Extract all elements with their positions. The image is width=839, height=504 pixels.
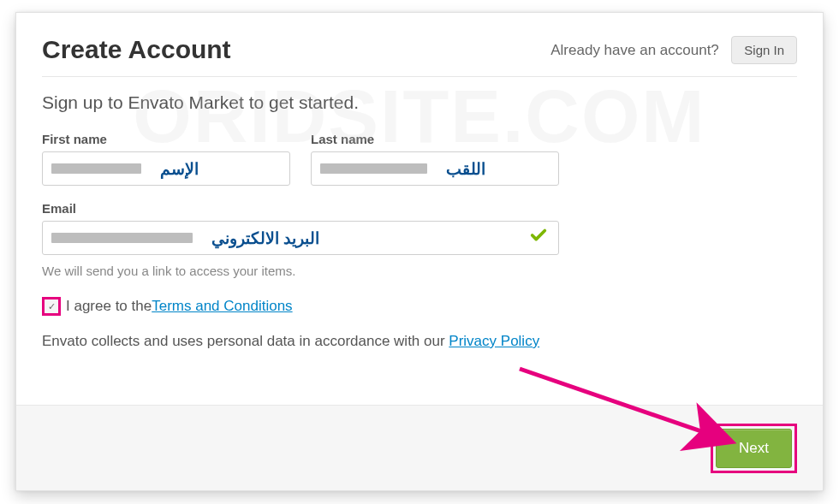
privacy-row: Envato collects and uses personal data i… [16, 333, 823, 369]
first-name-input[interactable]: الإسم [42, 151, 290, 186]
card-footer: Next [16, 405, 823, 490]
first-name-annotation: الإسم [160, 159, 199, 179]
checkmark-icon [529, 226, 548, 250]
signup-card: ORIDSITE.COM Create Account Already have… [15, 12, 824, 491]
first-name-label: First name [42, 132, 290, 146]
page-title: Create Account [42, 35, 231, 64]
redacted-value [320, 163, 427, 174]
next-highlight-box: Next [711, 424, 797, 473]
subtitle-text: Sign up to Envato Market to get started. [16, 89, 823, 132]
first-name-group: First name الإسم [42, 132, 290, 186]
email-label: Email [42, 201, 559, 216]
check-icon: ✓ [46, 301, 57, 311]
agree-prefix: I agree to the [66, 298, 152, 315]
privacy-policy-link[interactable]: Privacy Policy [449, 333, 539, 349]
email-hint-text: We will send you a link to access your i… [16, 264, 823, 297]
redacted-value [51, 163, 141, 174]
email-input[interactable]: البريد الالكتروني [42, 221, 559, 255]
agree-checkbox[interactable]: ✓ [42, 297, 61, 316]
last-name-label: Last name [311, 132, 559, 146]
next-button[interactable]: Next [716, 429, 792, 468]
card-header: Create Account Already have an account? … [16, 13, 823, 76]
agree-row: ✓ I agree to the Terms and Conditions [16, 297, 823, 333]
last-name-input[interactable]: اللقب [311, 151, 559, 186]
email-annotation: البريد الالكتروني [211, 228, 319, 248]
sign-in-button[interactable]: Sign In [731, 36, 797, 64]
email-row: Email البريد الالكتروني [16, 201, 823, 270]
privacy-prefix: Envato collects and uses personal data i… [42, 333, 449, 349]
header-right: Already have an account? Sign In [550, 36, 797, 64]
last-name-group: Last name اللقب [311, 132, 559, 186]
last-name-annotation: اللقب [446, 159, 485, 179]
terms-link[interactable]: Terms and Conditions [152, 298, 292, 315]
name-row: First name الإسم Last name اللقب [16, 132, 823, 201]
email-group: Email البريد الالكتروني [42, 201, 559, 255]
already-have-account-text: Already have an account? [550, 42, 719, 58]
redacted-value [51, 233, 193, 243]
header-divider [42, 76, 797, 77]
